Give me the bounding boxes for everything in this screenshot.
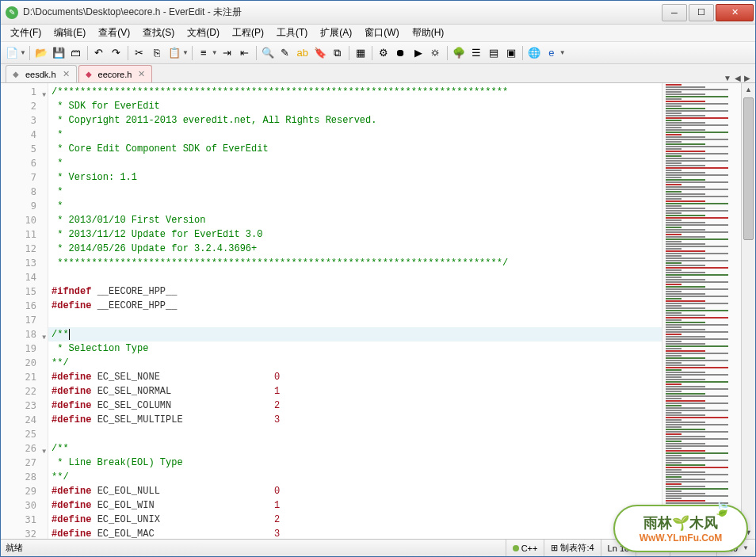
toolbar: 📄▼ 📂 💾 🗃 ↶ ↷ ✂ ⎘ 📋▼ ≡▼ ⇥ ⇤ 🔍 ✎ ab 🔖 ⧉ ▦ … [1, 42, 755, 64]
minimize-button[interactable]: ─ [662, 4, 687, 21]
code-line[interactable]: #define EC_EOL_WIN 1 [48, 498, 662, 513]
highlight-button[interactable]: ab [295, 45, 311, 61]
code-line[interactable]: #define __EECORE_HPP__ [48, 299, 662, 313]
tab-eesdk-h[interactable]: ◆eesdk.h✕ [6, 65, 77, 82]
code-line[interactable]: #define EC_EOL_MAC 3 [48, 527, 662, 539]
menu-窗口w[interactable]: 窗口(W) [358, 25, 405, 41]
new-dropdown[interactable]: ▼ [20, 49, 26, 56]
tab-eecore-h[interactable]: ◆eecore.h✕ [78, 65, 153, 82]
scroll-thumb[interactable] [743, 97, 754, 240]
menu-扩展a[interactable]: 扩展(A) [314, 25, 358, 41]
menu-查找s[interactable]: 查找(S) [136, 25, 181, 41]
maximize-button[interactable]: ☐ [689, 4, 714, 21]
globe-button[interactable]: 🌐 [526, 45, 542, 61]
scroll-up-icon[interactable]: ▲ [742, 83, 755, 96]
ie-button[interactable]: e [544, 45, 559, 61]
code-line[interactable]: * 2013/11/12 Update for EverEdit 3.0 [48, 227, 662, 242]
code-line[interactable]: * SDK for EverEdit [48, 99, 662, 113]
code-line[interactable]: /***************************************… [48, 85, 662, 99]
tree-button[interactable]: 🌳 [451, 45, 467, 61]
status-ready: 就绪 [1, 542, 506, 554]
paste-button[interactable]: 📋 [166, 45, 182, 61]
code-line[interactable]: #define EC_EOL_NULL 0 [48, 484, 662, 498]
menu-编辑e[interactable]: 编辑(E) [48, 25, 92, 41]
term-button[interactable]: ▣ [503, 45, 519, 61]
code-line[interactable]: * Version: 1.1 [48, 170, 662, 185]
code-line[interactable]: #define EC_SEL_MULTIPLE 3 [48, 413, 662, 427]
code-line[interactable]: * [48, 128, 662, 142]
save-button[interactable]: 💾 [51, 45, 67, 61]
code-line[interactable]: **/ [48, 356, 662, 370]
tab-dropdown-icon[interactable]: ▼ [724, 74, 731, 82]
code-line[interactable]: * Selection Type [48, 341, 662, 356]
menu-工具t[interactable]: 工具(T) [270, 25, 314, 41]
menu-帮助h[interactable]: 帮助(H) [406, 25, 451, 41]
code-line[interactable]: * [48, 199, 662, 213]
find-button[interactable]: 🔍 [260, 45, 276, 61]
code-area[interactable]: /***************************************… [48, 83, 662, 539]
line-number: 22 [1, 384, 48, 399]
undo-button[interactable]: ↶ [91, 45, 107, 61]
code-line[interactable]: #define EC_SEL_NORMAL 1 [48, 384, 662, 399]
replace-button[interactable]: ✎ [277, 45, 293, 61]
menu-查看v[interactable]: 查看(V) [92, 25, 136, 41]
status-lang[interactable]: C++ [506, 540, 544, 556]
play-button[interactable]: ▶ [410, 45, 426, 61]
bookmark2-button[interactable]: ⧉ [330, 45, 346, 61]
minimap[interactable] [662, 83, 741, 539]
line-number: 2 [1, 99, 48, 113]
tab-close-icon[interactable]: ✕ [63, 69, 70, 79]
new-button[interactable]: 📄 [4, 45, 20, 61]
vertical-scrollbar[interactable]: ▲ ▼ [741, 83, 755, 539]
copy-button[interactable]: ⎘ [149, 45, 165, 61]
status-tab[interactable]: ⊞ 制表符:4 [544, 540, 600, 556]
wrap-button[interactable]: ≡ [196, 45, 212, 61]
tab-prev-icon[interactable]: ◀ [735, 74, 741, 82]
code-line[interactable]: * Copyright 2011-2013 everedit.net, All … [48, 113, 662, 128]
saveall-button[interactable]: 🗃 [68, 45, 84, 61]
redo-button[interactable]: ↷ [109, 45, 124, 61]
code-line[interactable] [48, 270, 662, 284]
code-line[interactable]: * 2013/01/10 First Version [48, 213, 662, 227]
line-number: 30 [1, 498, 48, 513]
code-line[interactable]: ****************************************… [48, 256, 662, 270]
close-button[interactable]: ✕ [716, 4, 754, 21]
leaf-icon: 🍃 [713, 500, 731, 517]
open-button[interactable]: 📂 [33, 45, 49, 61]
code-line[interactable]: /** [48, 327, 662, 341]
code-line[interactable]: * 2014/05/26 Update for 3.2.4.3696+ [48, 242, 662, 256]
code-line[interactable]: **/ [48, 470, 662, 484]
bookmark-button[interactable]: 🔖 [312, 45, 328, 61]
code-line[interactable]: * Core Edit Component SDK of EverEdit [48, 142, 662, 156]
code-line[interactable]: * [48, 156, 662, 170]
code-line[interactable] [48, 427, 662, 441]
list-button[interactable]: ☰ [468, 45, 484, 61]
code-line[interactable]: #ifndef __EECORE_HPP__ [48, 284, 662, 299]
code-line[interactable] [48, 313, 662, 327]
code-line[interactable]: * Line Break(EOL) Type [48, 456, 662, 470]
cut-button[interactable]: ✂ [132, 45, 147, 61]
macro-button[interactable]: ⚙ [376, 45, 391, 61]
record-button[interactable]: ⏺ [393, 45, 409, 61]
paste-dropdown[interactable]: ▼ [182, 49, 189, 56]
indent-button[interactable]: ⇥ [220, 45, 235, 61]
menu-文件f[interactable]: 文件(F) [4, 25, 48, 41]
code-line[interactable]: * [48, 185, 662, 199]
line-number: 24 [1, 413, 48, 427]
menu-文档d[interactable]: 文档(D) [181, 25, 226, 41]
line-number: 18▼ [1, 327, 48, 341]
outdent-button[interactable]: ⇤ [237, 45, 253, 61]
tab-next-icon[interactable]: ▶ [744, 74, 750, 82]
watermark: 🍃 雨林🌱木风 WwW.YLmFu.CoM [613, 505, 748, 552]
line-number: 26▼ [1, 441, 48, 456]
cfg-button[interactable]: ⛭ [428, 45, 444, 61]
code-line[interactable]: #define EC_SEL_NONE 0 [48, 370, 662, 384]
code-line[interactable]: #define EC_SEL_COLUMN 2 [48, 399, 662, 413]
tab-close-icon[interactable]: ✕ [138, 69, 145, 79]
code-line[interactable]: /** [48, 441, 662, 456]
grid-button[interactable]: ▤ [486, 45, 502, 61]
pane-button[interactable]: ▦ [353, 45, 368, 61]
line-number: 16 [1, 299, 48, 313]
menu-工程p[interactable]: 工程(P) [226, 25, 270, 41]
code-line[interactable]: #define EC_EOL_UNIX 2 [48, 513, 662, 527]
